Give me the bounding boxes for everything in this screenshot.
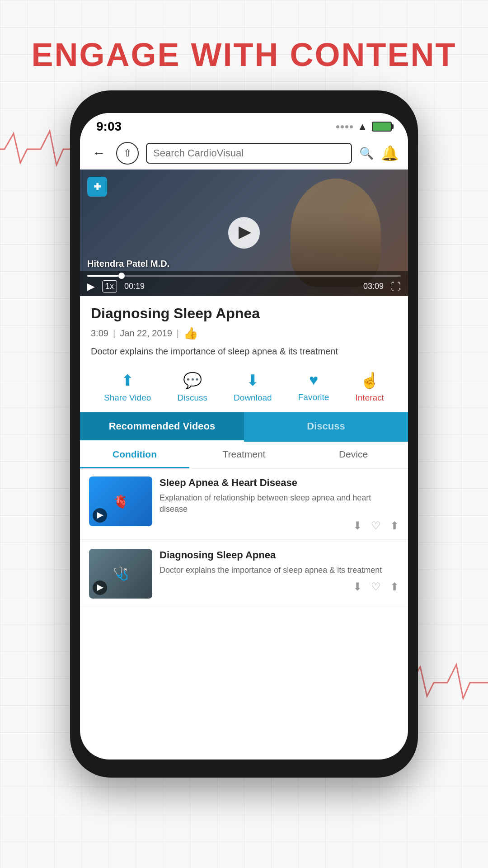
share-icon: ⬆ [121,371,134,389]
video-title: Diagnosing Sleep Apnea [91,305,397,322]
ctrl-play-icon[interactable]: ▶ [87,281,95,292]
progress-fill [87,275,118,277]
wifi-icon: ▲ [357,121,367,132]
ctrl-right: 03:09 ⛶ [363,281,401,292]
thumb-play-triangle-1 [97,512,103,519]
bell-icon[interactable]: 🔔 [381,145,399,162]
phone-screen: 9:03 ▲ ← ⇧ 🔍 🔔 [80,113,408,760]
video-info-1: Sleep Apnea & Heart Disease Explanation … [160,476,399,532]
doctor-silhouette [291,179,381,287]
vi-title-1: Sleep Apnea & Heart Disease [160,476,399,490]
status-icons: ▲ [336,121,392,132]
video-item-2[interactable]: 🩺 Diagnosing Sleep Apnea Doctor explains… [80,542,408,606]
phone-frame: 9:03 ▲ ← ⇧ 🔍 🔔 [70,90,418,778]
vi-favorite-icon-1[interactable]: ♡ [371,519,381,532]
video-item-1[interactable]: 🫀 Sleep Apnea & Heart Disease Explanatio… [80,469,408,540]
status-bar: 9:03 ▲ [80,113,408,137]
share-video-button[interactable]: ⬆ Share Video [104,371,151,403]
status-time: 9:03 [96,119,122,134]
video-thumb-2: 🩺 [89,549,152,599]
video-controls: ▶ 1x 00:19 03:09 ⛶ [80,271,408,296]
vi-favorite-icon-2[interactable]: ♡ [371,580,381,593]
video-thumb-1: 🫀 [89,476,152,526]
video-date: Jan 22, 2019 [120,328,172,339]
vi-download-icon-1[interactable]: ⬇ [353,519,362,532]
fullscreen-icon[interactable]: ⛶ [391,281,401,292]
playback-speed[interactable]: 1x [102,280,117,292]
upload-button[interactable]: ⇧ [116,142,139,165]
tab-discuss[interactable]: Discuss [244,412,408,442]
app-logo: ✚ [87,177,107,197]
video-info-2: Diagnosing Sleep Apnea Doctor explains t… [160,549,399,599]
meta-sep-1: | [113,328,115,339]
content-area: Diagnosing Sleep Apnea 3:09 | Jan 22, 20… [80,296,408,412]
download-button[interactable]: ⬇ Download [234,371,272,403]
thumb-play-triangle-2 [97,585,103,591]
vi-actions-2: ⬇ ♡ ⬆ [160,580,399,593]
total-time: 03:09 [363,282,384,291]
vi-desc-2: Doctor explains the importance of sleep … [160,565,399,576]
sub-tab-device[interactable]: Device [299,442,408,468]
interact-button[interactable]: ☝ Interact [356,371,384,403]
signal-dot-1 [336,125,339,128]
interact-icon: ☝ [360,371,379,389]
controls-row: ▶ 1x 00:19 03:09 ⛶ [87,280,401,292]
signal-dots [336,125,353,128]
discuss-button[interactable]: 💬 Discuss [177,371,207,403]
share-label: Share Video [104,393,151,403]
vi-share-icon-2[interactable]: ⬆ [390,580,399,593]
nav-bar: ← ⇧ 🔍 🔔 [80,137,408,170]
play-button[interactable] [228,217,260,249]
discuss-label: Discuss [177,393,207,403]
signal-dot-2 [341,125,344,128]
sub-tabs: Condition Treatment Device [80,442,408,469]
vi-share-icon-1[interactable]: ⬆ [390,519,399,532]
vi-download-icon-2[interactable]: ⬇ [353,580,362,593]
meta-sep-2: | [177,328,179,339]
doctor-name: Hitendra Patel M.D. [87,259,169,269]
favorite-icon: ♥ [309,371,318,389]
video-description: Doctor explains the importance of sleep … [91,345,397,358]
tab-recommended-videos[interactable]: Recommended Videos [80,412,244,442]
video-list: 🫀 Sleep Apnea & Heart Disease Explanatio… [80,469,408,606]
download-label: Download [234,393,272,403]
vi-desc-1: Explanation of relationship between slee… [160,492,399,515]
tabs-container: Recommended Videos Discuss Condition Tre… [80,412,408,469]
search-button[interactable]: 🔍 [359,146,374,160]
like-button[interactable]: 👍 [183,326,198,340]
sub-tab-treatment[interactable]: Treatment [189,442,299,468]
discuss-icon: 💬 [183,371,202,389]
main-tabs: Recommended Videos Discuss [80,412,408,442]
battery-icon [372,122,392,132]
video-player: ✚ Hitendra Patel M.D. ▶ 1x 00:19 [80,170,408,296]
page-header: ENGAGE WITH CONTENT [0,36,488,73]
back-button[interactable]: ← [89,143,109,163]
thumb-play-1 [93,508,107,523]
progress-bar[interactable] [87,275,401,277]
video-meta: 3:09 | Jan 22, 2019 | 👍 [91,326,397,340]
current-time: 00:19 [124,282,145,291]
search-input[interactable] [153,147,345,159]
progress-thumb [118,273,125,279]
signal-dot-3 [345,125,348,128]
search-bar [146,143,352,164]
play-triangle-icon [239,226,251,239]
action-buttons: ⬆ Share Video 💬 Discuss ⬇ Download ♥ Fav… [91,367,397,412]
signal-dot-4 [350,125,353,128]
ctrl-left: ▶ 1x 00:19 [87,280,145,292]
interact-label: Interact [356,393,384,403]
thumb-play-2 [93,580,107,595]
video-duration: 3:09 [91,328,108,339]
vi-actions-1: ⬇ ♡ ⬆ [160,519,399,532]
download-icon: ⬇ [246,371,259,389]
favorite-label: Favorite [298,392,329,402]
vi-title-2: Diagnosing Sleep Apnea [160,549,399,562]
sub-tab-condition[interactable]: Condition [80,442,189,468]
favorite-button[interactable]: ♥ Favorite [298,371,329,403]
